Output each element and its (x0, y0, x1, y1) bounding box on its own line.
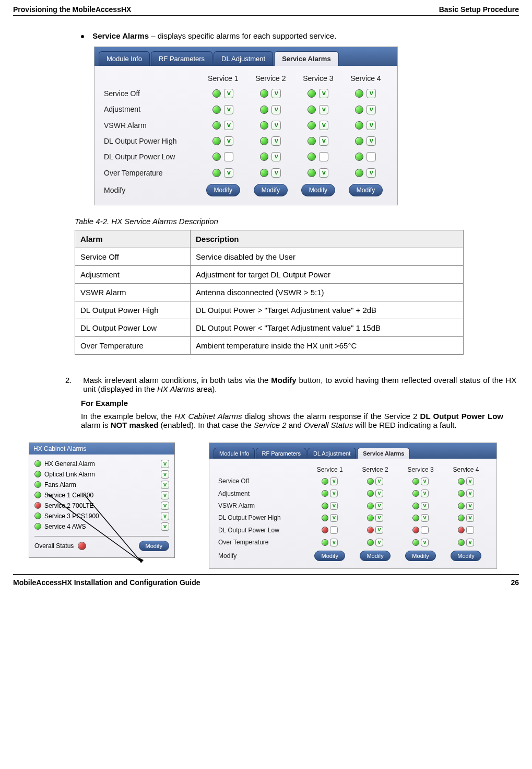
table-caption: Table 4-2. HX Service Alarms Description (75, 217, 519, 226)
tab-module-info[interactable]: Module Info (99, 51, 150, 66)
status-led-icon (367, 527, 374, 533)
desc-head-description: Description (191, 230, 464, 248)
tab-service-alarms[interactable]: Service Alarms (274, 51, 338, 66)
mask-checkbox[interactable]: v (421, 514, 429, 522)
cabinet-checkbox[interactable]: v (161, 470, 169, 479)
tab-service-alarms-2[interactable]: Service Alarms (357, 448, 410, 459)
mask-checkbox[interactable]: v (271, 152, 281, 161)
status-led-icon (458, 503, 465, 509)
desc-cell: DL Output Power > "Target Adjustment val… (191, 301, 464, 319)
mask-checkbox[interactable]: v (319, 89, 328, 98)
modify-button[interactable]: Modify (349, 184, 383, 196)
mask-checkbox[interactable]: v (367, 136, 376, 146)
mask-checkbox[interactable]: v (330, 539, 338, 546)
mask-checkbox[interactable]: v (375, 502, 383, 510)
mask-checkbox[interactable]: v (319, 168, 328, 178)
mask-checkbox[interactable]: v (224, 121, 233, 130)
mask-checkbox[interactable]: v (224, 168, 233, 178)
mask-checkbox[interactable]: v (421, 539, 429, 546)
status-led-icon (458, 527, 465, 533)
mask-checkbox[interactable] (319, 152, 328, 161)
cabinet-checkbox[interactable]: v (161, 460, 169, 468)
cabinet-modify-button[interactable]: Modify (139, 541, 169, 551)
tab-dl-adjustment[interactable]: DL Adjustment (214, 51, 273, 66)
mask-checkbox[interactable]: v (375, 539, 383, 546)
row-label: DL Output Power Low (217, 524, 307, 536)
mask-checkbox[interactable]: v (330, 477, 338, 485)
mask-checkbox[interactable]: v (330, 514, 338, 522)
mask-checkbox[interactable] (330, 526, 338, 534)
mask-checkbox[interactable]: v (421, 502, 429, 510)
modify-button[interactable]: Modify (314, 551, 345, 561)
cabinet-row: Fans Alarmv (34, 480, 169, 490)
mask-checkbox[interactable]: v (466, 477, 474, 485)
mask-checkbox[interactable]: v (367, 121, 376, 130)
status-led-icon (260, 89, 268, 98)
cabinet-checkbox[interactable]: v (161, 512, 169, 520)
tab-module-info-2[interactable]: Module Info (214, 448, 255, 459)
status-led-icon (212, 153, 221, 161)
mask-checkbox[interactable]: v (375, 514, 383, 522)
mask-checkbox[interactable]: v (224, 89, 233, 98)
status-led-icon (308, 106, 316, 114)
status-led-icon (260, 137, 268, 145)
mask-checkbox[interactable]: v (271, 105, 281, 114)
mask-checkbox[interactable]: v (375, 490, 383, 497)
mask-checkbox[interactable]: v (224, 105, 233, 114)
mask-checkbox[interactable] (224, 152, 233, 161)
mask-checkbox[interactable]: v (375, 526, 383, 534)
mask-checkbox[interactable]: v (271, 89, 281, 98)
mask-checkbox[interactable] (367, 152, 376, 161)
mask-checkbox[interactable]: v (319, 105, 328, 114)
mask-checkbox[interactable]: v (466, 539, 474, 546)
mask-checkbox[interactable]: v (330, 490, 338, 497)
cabinet-checkbox[interactable]: v (161, 522, 169, 531)
mask-checkbox[interactable]: v (421, 477, 429, 485)
mask-checkbox[interactable]: v (224, 136, 233, 146)
mask-checkbox[interactable] (421, 526, 429, 534)
cabinet-checkbox[interactable]: v (161, 491, 169, 499)
cabinet-row: Service 4 AWSv (34, 521, 169, 532)
mask-checkbox[interactable]: v (466, 490, 474, 497)
row-label: VSWR Alarm (217, 499, 307, 511)
desc-cell: Adjustment for target DL Output Power (191, 265, 464, 283)
tab-dl-adjustment-2[interactable]: DL Adjustment (308, 448, 356, 459)
mask-checkbox[interactable]: v (367, 105, 376, 114)
tab-rf-parameters[interactable]: RF Parameters (151, 51, 212, 66)
mask-checkbox[interactable]: v (466, 502, 474, 510)
tab-rf-parameters-2[interactable]: RF Parameters (256, 448, 306, 459)
cabinet-checkbox[interactable]: v (161, 481, 169, 489)
mask-checkbox[interactable]: v (330, 502, 338, 510)
mask-checkbox[interactable]: v (271, 121, 281, 130)
cabinet-row: Service 1 Cell800v (34, 490, 169, 500)
status-led-icon (212, 121, 221, 130)
modify-button[interactable]: Modify (206, 184, 240, 196)
mask-checkbox[interactable] (466, 526, 474, 534)
desc-cell: Service disabled by the User (191, 248, 464, 265)
status-led-icon (260, 169, 268, 177)
mask-checkbox[interactable]: v (319, 136, 328, 146)
mask-checkbox[interactable]: v (319, 121, 328, 130)
status-led-icon (355, 153, 363, 161)
service-alarms-panel-2: Module Info RF Parameters DL Adjustment … (209, 442, 497, 569)
mask-checkbox[interactable]: v (367, 168, 376, 178)
status-led-icon (355, 121, 363, 130)
modify-button[interactable]: Modify (451, 551, 481, 561)
bullet-service-alarms: Service Alarms – displays specific alarm… (81, 31, 519, 40)
desc-cell: Over Temperature (75, 336, 191, 354)
modify-button[interactable]: Modify (405, 551, 435, 561)
modify-button[interactable]: Modify (254, 184, 288, 196)
modify-button[interactable]: Modify (301, 184, 335, 196)
cabinet-checkbox[interactable]: v (161, 502, 169, 510)
modify-button[interactable]: Modify (360, 551, 390, 561)
desc-cell: VSWR Alarm (75, 283, 191, 301)
mask-checkbox[interactable]: v (367, 89, 376, 98)
row-label: VSWR Alarm (102, 118, 199, 133)
alarm-cell: v (247, 86, 294, 101)
mask-checkbox[interactable]: v (271, 168, 281, 178)
mask-checkbox[interactable]: v (466, 514, 474, 522)
mask-checkbox[interactable]: v (421, 490, 429, 497)
row-label: Modify (102, 181, 199, 200)
mask-checkbox[interactable]: v (375, 477, 383, 485)
mask-checkbox[interactable]: v (271, 136, 281, 146)
